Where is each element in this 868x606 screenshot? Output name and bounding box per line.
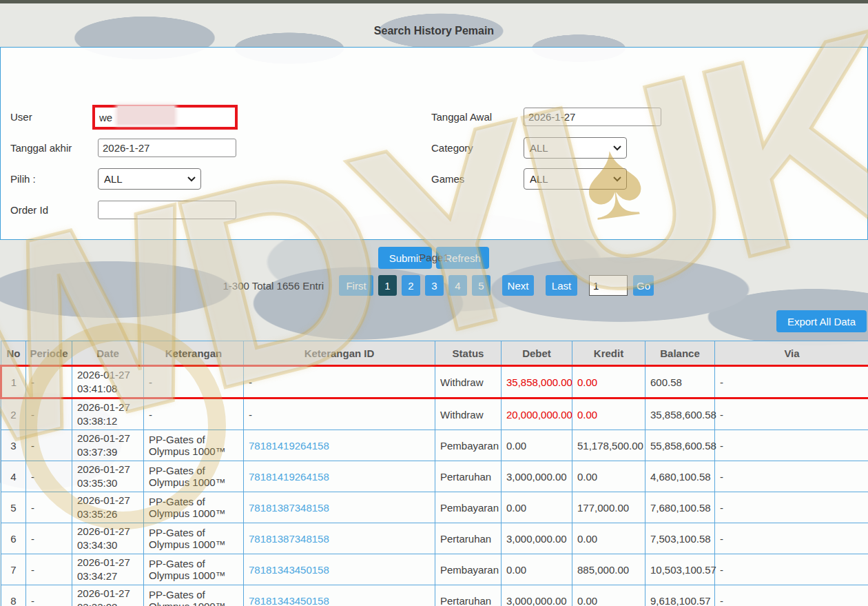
cell-periode: - [26,523,72,554]
cell-keterangan-id: 78181419264158 [244,461,435,492]
games-select[interactable]: ALL [524,168,627,190]
cell-no: 2 [1,398,26,430]
cell-keterangan: - [144,366,244,398]
page-button-1[interactable]: 1 [378,275,397,296]
keterangan-id-link[interactable]: 78181419264158 [249,440,329,452]
col-header-periode: Periode [26,341,72,366]
results-summary: 1-300 Total 1656 Entri [0,280,324,292]
keterangan-id-link[interactable]: 78181419264158 [249,471,329,483]
cell-date: 2026-01-2703:35:30 [72,461,144,492]
cell-debet: 20,000,000.00 [502,398,572,430]
cell-balance: 55,858,600.58 [645,430,715,461]
page-button-2[interactable]: 2 [402,275,420,296]
table-row: 3-2026-01-2703:37:39PP-Gates of Olympus … [1,430,868,461]
export-all-data-button[interactable]: Export All Data [776,310,867,332]
cell-via: - [715,461,868,492]
tanggal-akhir-label: Tanggal akhir [10,139,72,157]
keterangan-id-link[interactable]: 78181343450158 [249,564,329,576]
tanggal-awal-input[interactable] [524,108,661,126]
cell-via: - [715,366,868,398]
cell-balance: 4,680,100.58 [645,461,715,492]
cell-no: 1 [1,366,26,398]
first-page-button[interactable]: First [339,275,373,296]
go-button[interactable]: Go [633,275,654,296]
cell-keterangan-id: 78181343450158 [244,554,435,585]
cell-status: Pembayaran [435,430,502,461]
page-button-5[interactable]: 5 [472,275,490,296]
page-number-buttons: 12345 [378,275,495,296]
cell-no: 7 [1,554,26,585]
category-label: Category [431,139,473,157]
cell-periode: - [26,430,72,461]
cell-no: 8 [1,585,26,606]
cell-date: 2026-01-2703:41:08 [72,366,144,398]
cell-keterangan: PP-Gates of Olympus 1000™ [144,461,244,492]
col-header-no: No [1,341,26,366]
games-label: Games [431,170,464,188]
keterangan-id-link[interactable]: 78181387348158 [249,502,329,514]
cell-keterangan: PP-Gates of Olympus 1000™ [144,554,244,585]
cell-kredit: 0.00 [572,366,645,398]
col-header-date: Date [72,341,144,366]
cell-kredit: 0.00 [572,461,645,492]
table-row: 1-2026-01-2703:41:08--Withdraw35,858,000… [1,366,868,398]
cell-periode: - [26,366,72,398]
table-header-row: No Periode Date Keterangan Keterangan ID… [1,341,868,366]
cell-keterangan-id: 78181419264158 [244,430,435,461]
games-select-control[interactable]: ALL [524,168,627,190]
next-page-button[interactable]: Next [502,275,534,296]
cell-balance: 7,680,100.58 [645,492,715,523]
cell-periode: - [26,585,72,606]
col-header-keterangan: Keterangan [144,341,244,366]
cell-balance: 35,858,600.58 [645,398,715,430]
table-row: 6-2026-01-2703:34:30PP-Gates of Olympus … [1,523,868,554]
table-row: 7-2026-01-2703:34:27PP-Gates of Olympus … [1,554,868,585]
cell-via: - [715,398,868,430]
page-title: Search History Pemain [0,25,868,37]
cell-no: 6 [1,523,26,554]
last-page-button[interactable]: Last [546,275,577,296]
cell-balance: 9,618,100.57 [645,585,715,606]
col-header-status: Status [435,341,502,366]
cell-periode: - [26,492,72,523]
cell-keterangan-id: - [244,366,435,398]
keterangan-id-link[interactable]: 78181343450158 [249,595,329,606]
cell-date: 2026-01-2703:38:12 [72,398,144,430]
category-select[interactable]: ALL [524,137,627,159]
tanggal-akhir-input[interactable] [98,139,236,157]
goto-page-input[interactable] [589,275,628,296]
page-button-4[interactable]: 4 [448,275,467,296]
cell-via: - [715,523,868,554]
col-header-via: Via [715,341,868,366]
table-row: 2-2026-01-2703:38:12--Withdraw20,000,000… [1,398,868,430]
cell-status: Pertaruhan [435,523,502,554]
cell-via: - [715,554,868,585]
cell-debet: 3,000,000.00 [502,523,572,554]
table-row: 4-2026-01-2703:35:30PP-Gates of Olympus … [1,461,868,492]
cell-keterangan: - [144,398,244,430]
page-button-3[interactable]: 3 [425,275,444,296]
pilih-label: Pilih : [10,170,36,188]
cell-keterangan-id: 78181343450158 [244,585,435,606]
current-page-label: Page1 [0,252,868,263]
cell-no: 5 [1,492,26,523]
pilih-select[interactable]: ALL [98,168,201,190]
cell-debet: 3,000,000.00 [502,585,572,606]
order-id-input[interactable] [98,201,236,219]
pagination: First 12345 Next Last Go [339,275,654,296]
table-row: 5-2026-01-2703:35:26PP-Gates of Olympus … [1,492,868,523]
cell-periode: - [26,554,72,585]
cell-kredit: 0.00 [572,523,645,554]
cell-keterangan-id: 78181387348158 [244,523,435,554]
keterangan-id-link[interactable]: 78181387348158 [249,533,329,545]
cell-debet: 0.00 [502,430,572,461]
history-table: No Periode Date Keterangan Keterangan ID… [0,341,868,606]
cell-keterangan-id: - [244,398,435,430]
redaction-overlay [118,106,174,124]
pilih-select-control[interactable]: ALL [98,168,201,190]
cell-status: Pembayaran [435,554,502,585]
cell-status: Pembayaran [435,492,502,523]
cell-kredit: 885,000.00 [572,554,645,585]
col-header-debet: Debet [502,341,572,366]
category-select-control[interactable]: ALL [524,137,627,159]
